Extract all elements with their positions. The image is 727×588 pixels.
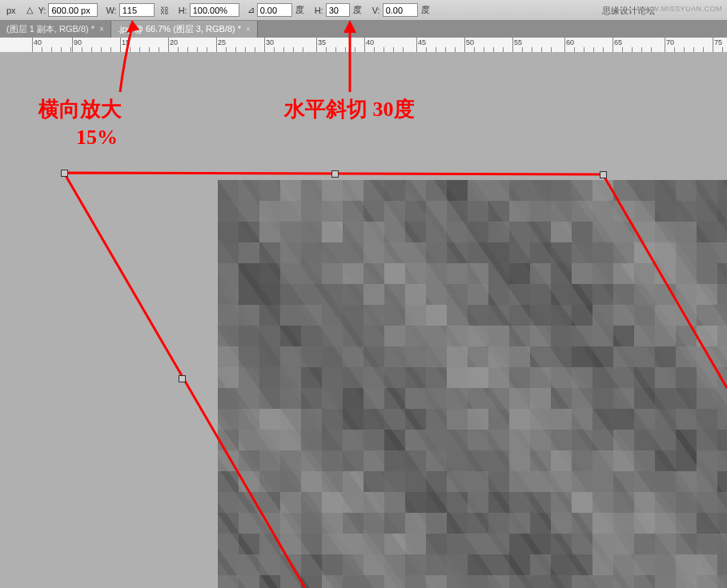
transform-handle-ml[interactable]: [179, 375, 186, 382]
deg-label-1: 度: [295, 4, 304, 16]
transform-options-bar: px △ Y: W: ⛓ H: ⊿ 度 H: 度 V: 度 思缘设计论坛 WWW…: [0, 0, 727, 21]
horizontal-ruler: 409015202530354045505560657075: [0, 38, 727, 53]
rotation-group: ⊿ 度: [244, 3, 307, 17]
link-aspect-icon[interactable]: ⛓: [159, 4, 171, 17]
skew-v-group: V: 度: [369, 3, 432, 17]
width-scale-input[interactable]: [119, 3, 155, 17]
transform-handle-tr[interactable]: [600, 171, 607, 178]
y-position-input[interactable]: [48, 3, 98, 17]
close-icon[interactable]: ×: [246, 25, 251, 34]
document-tab-bar: (图层 1 副本, RGB/8) * × .jpg @ 66.7% (图层 3,…: [0, 21, 727, 38]
w-label: W:: [106, 6, 116, 15]
skew-v-input[interactable]: [383, 3, 418, 17]
px-unit-group: px: [3, 6, 18, 15]
y-label: Y:: [38, 6, 46, 15]
height-scale-group: H:: [175, 3, 239, 17]
width-scale-group: W:: [102, 3, 154, 17]
skew-h-input[interactable]: [326, 3, 350, 17]
document-tab-2[interactable]: .jpg @ 66.7% (图层 3, RGB/8) * ×: [111, 21, 258, 38]
tab-label: (图层 1 副本, RGB/8) *: [6, 23, 94, 35]
canvas-area[interactable]: 横向放大 15% 水平斜切 30度: [0, 52, 727, 588]
h-label: H:: [179, 6, 187, 15]
annotation-text-left-1: 横向放大: [38, 96, 122, 123]
angle-icon: ⊿: [247, 5, 255, 15]
annotation-text-right: 水平斜切 30度: [284, 96, 415, 123]
transform-handle-tl[interactable]: [61, 170, 68, 177]
document-image: [218, 180, 727, 588]
close-icon[interactable]: ×: [99, 25, 104, 34]
watermark-label: WWW.MISSYUAN.COM: [637, 5, 722, 13]
annotation-text-left-2: 15%: [76, 124, 118, 151]
tab-label: .jpg @ 66.7% (图层 3, RGB/8) *: [118, 23, 241, 35]
skew-v-label: V:: [372, 6, 380, 15]
delta-icon: △: [26, 5, 33, 15]
document-tab-1[interactable]: (图层 1 副本, RGB/8) * ×: [0, 21, 111, 38]
y-position-group: △ Y:: [23, 3, 98, 17]
deg-label-2: 度: [353, 4, 362, 16]
height-scale-input[interactable]: [190, 3, 239, 17]
deg-label-3: 度: [421, 4, 430, 16]
rotation-input[interactable]: [257, 3, 292, 17]
px-unit-label: px: [6, 6, 16, 15]
skew-h-label: H:: [315, 6, 323, 15]
transform-handle-tm[interactable]: [331, 170, 339, 178]
skew-h-group: H: 度: [311, 3, 364, 17]
